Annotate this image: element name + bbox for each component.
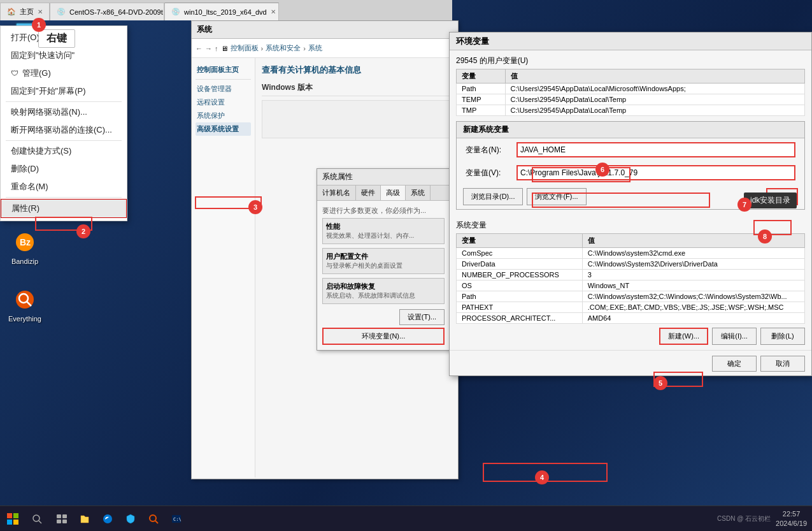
- step-5-badge: 5: [653, 376, 667, 390]
- browse-dir-button[interactable]: 浏览目录(D)...: [463, 188, 523, 205]
- properties-content: 要进行大多数更改，你必须作为... 性能 视觉效果、处理器计划、内存... 用户…: [317, 201, 450, 350]
- sys-var-buttons: 新建(W)... 编辑(I)... 删除(L): [450, 324, 811, 349]
- var-name-input[interactable]: [516, 142, 795, 157]
- nav-device-manager[interactable]: 设备管理器: [196, 82, 251, 96]
- sys-var-path[interactable]: Path C:\Windows\system32;C:\Windows;C:\W…: [457, 291, 805, 302]
- tab-centos[interactable]: 💿 CentOS-7-x86_64-DVD-2009t ✕: [50, 3, 164, 20]
- svg-rect-17: [7, 520, 12, 525]
- svg-point-19: [33, 515, 39, 521]
- sys-var-numproc[interactable]: NUMBER_OF_PROCESSORS 3: [457, 270, 805, 280]
- sys-var-driverdata[interactable]: DriverData C:\Windows\System32\Drivers\D…: [457, 259, 805, 270]
- env-ok-button[interactable]: 确定: [712, 356, 757, 372]
- separator-1: [6, 101, 122, 102]
- sys-vars-table: 变量 值 ComSpec C:\Windows\system32\cmd.exe…: [456, 233, 805, 324]
- separator-2: [6, 140, 122, 141]
- breadcrumb-controlpanel[interactable]: 控制面板: [231, 43, 259, 53]
- breadcrumb-security[interactable]: 系统和安全: [266, 43, 301, 53]
- sys-var-pathext[interactable]: PATHEXT .COM;.EXE;.BAT;.CMD;.VBS;.VBE;.J…: [457, 302, 805, 313]
- breadcrumb: ← → ↑ 🖥 控制面板 › 系统和安全 › 系统: [192, 39, 458, 58]
- edit-sys-var-button[interactable]: 编辑(I)...: [712, 328, 757, 345]
- tab-home-close[interactable]: ✕: [38, 8, 43, 15]
- var-value-label: 变量值(V):: [466, 168, 510, 178]
- step-6-badge: 6: [595, 163, 609, 177]
- nav-advanced[interactable]: 高级系统设置: [196, 122, 251, 136]
- prop-tab-advanced[interactable]: 高级: [381, 185, 406, 200]
- menu-create-shortcut[interactable]: 创建快捷方式(S): [1, 142, 127, 160]
- env-cancel-button[interactable]: 取消: [760, 356, 805, 372]
- svg-line-20: [39, 521, 41, 523]
- tab-win10-close[interactable]: ✕: [271, 8, 276, 15]
- browse-file-button[interactable]: 浏览文件(F)...: [527, 188, 586, 205]
- menu-pin-start[interactable]: 固定到"开始"屏幕(P): [1, 82, 127, 100]
- user-var-tmp[interactable]: TMP C:\Users\29545\AppData\Local\Temp: [457, 105, 805, 116]
- explorer-button[interactable]: [75, 509, 95, 529]
- menu-map-drive[interactable]: 映射网络驱动器(N)...: [1, 103, 127, 121]
- taskbar-icons: C:\: [48, 509, 190, 529]
- nav-remote[interactable]: 远程设置: [196, 96, 251, 109]
- sys-col-name: 变量: [457, 234, 583, 248]
- svg-rect-24: [62, 520, 67, 523]
- tab-win10[interactable]: 💿 win10_ltsc_2019_x64_dvd ✕: [164, 3, 279, 20]
- menu-rename[interactable]: 重命名(M): [1, 178, 127, 196]
- new-sys-var-button[interactable]: 新建(W)...: [659, 328, 708, 345]
- settings-button[interactable]: 设置(T)...: [399, 309, 445, 325]
- nav-protection[interactable]: 系统保护: [196, 109, 251, 122]
- step-4-badge: 4: [535, 470, 549, 484]
- menu-delete[interactable]: 删除(D): [1, 160, 127, 178]
- edge-button[interactable]: [97, 509, 118, 529]
- menu-pin-quick[interactable]: 固定到"快速访问": [1, 47, 127, 64]
- centos-icon: 💿: [57, 8, 66, 16]
- user-var-temp[interactable]: TEMP C:\Users\29545\AppData\Local\Temp: [457, 94, 805, 105]
- sys-var-comspec[interactable]: ComSpec C:\Windows\system32\cmd.exe: [457, 248, 805, 259]
- breadcrumb-up: ↑: [215, 45, 218, 52]
- prop-tab-hardware[interactable]: 硬件: [356, 185, 381, 200]
- bandizip-label: Bandizip: [11, 258, 38, 265]
- search2-button[interactable]: [143, 509, 164, 529]
- menu-manage[interactable]: 🛡 管理(G): [1, 64, 127, 82]
- svg-rect-21: [57, 514, 61, 518]
- system-window-title: 系统: [192, 21, 458, 39]
- everything-icon: [12, 287, 38, 312]
- taskbar-clock: 22:57 2024/6/19: [776, 509, 807, 528]
- nav-controlpanel-home[interactable]: 控制面板主页: [196, 63, 251, 76]
- delete-sys-var-button[interactable]: 删除(L): [760, 328, 805, 345]
- cmd-button[interactable]: C:\: [166, 509, 187, 529]
- env-variables-button[interactable]: 环境变量(N)...: [322, 328, 445, 345]
- win10-icon: 💿: [171, 8, 180, 16]
- breadcrumb-system[interactable]: 系统: [308, 43, 322, 53]
- sys-properties-window: 系统属性 计算机名 硬件 高级 系统 要进行大多数更改，你必须作为... 性能 …: [317, 168, 450, 351]
- sys-properties-title: 系统属性: [317, 169, 450, 185]
- prop-tab-system[interactable]: 系统: [406, 185, 431, 200]
- sys-var-procarch[interactable]: PROCESSOR_ARCHITECT... AMD64: [457, 313, 805, 324]
- step-7-badge: 7: [737, 198, 751, 212]
- tab-home[interactable]: 🏠 主页 ✕: [0, 3, 50, 20]
- right-click-label: 右键: [46, 32, 67, 45]
- col-var-value: 值: [505, 69, 804, 84]
- var-name-label: 变量名(N):: [466, 145, 510, 156]
- prop-tab-computer[interactable]: 计算机名: [317, 185, 356, 200]
- sys-var-os[interactable]: OS Windows_NT: [457, 280, 805, 291]
- search-button[interactable]: [25, 506, 48, 532]
- tabs-bar: 🏠 主页 ✕ 💿 CentOS-7-x86_64-DVD-2009t ✕ 💿 w…: [0, 0, 452, 20]
- taskview-button[interactable]: [52, 509, 72, 529]
- separator-3: [6, 197, 122, 198]
- sys-vars-label: 系统变量: [450, 215, 811, 233]
- env-bottom-buttons: 确定 取消: [450, 352, 811, 375]
- col-var-name: 变量: [457, 69, 506, 84]
- desktop-icon-bandizip[interactable]: Bz Bandizip: [3, 229, 47, 265]
- taskbar-right: CSDN @ 石云初栏 22:57 2024/6/19: [717, 509, 812, 528]
- desktop-icon-everything[interactable]: Everything: [3, 287, 47, 323]
- svg-rect-23: [57, 520, 61, 523]
- security-button[interactable]: [120, 509, 141, 529]
- user-var-path[interactable]: Path C:\Users\29545\AppData\Local\Micros…: [457, 84, 805, 94]
- menu-properties[interactable]: 属性(R): [1, 199, 127, 218]
- svg-line-27: [155, 521, 158, 523]
- home-icon: 🏠: [7, 8, 16, 16]
- var-value-input[interactable]: [516, 165, 795, 180]
- step-2-badge: 2: [76, 224, 90, 238]
- start-button[interactable]: [0, 506, 25, 532]
- startup-section: 启动和故障恢复 系统启动、系统故障和调试信息: [322, 278, 445, 304]
- menu-disconnect-drive[interactable]: 断开网络驱动器的连接(C)...: [1, 121, 127, 139]
- bandizip-icon: Bz: [12, 229, 38, 255]
- svg-rect-22: [62, 514, 67, 518]
